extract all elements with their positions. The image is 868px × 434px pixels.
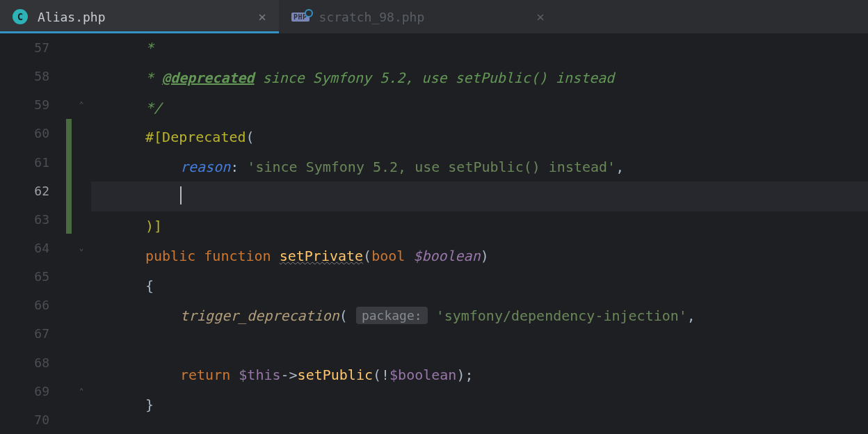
php-scratch-icon: PHP xyxy=(291,13,310,22)
line-number: 68 xyxy=(0,348,66,377)
line-number: 61 xyxy=(0,148,66,177)
code-body[interactable]: * * @deprecated since Symfony 5.2, use s… xyxy=(91,33,868,434)
caret xyxy=(180,186,182,204)
code-line[interactable]: #[Deprecated( xyxy=(91,122,868,152)
code-editor[interactable]: 57 58 59 60 61 62 63 64 65 66 67 68 69 7… xyxy=(0,33,868,434)
vcs-change-marker[interactable] xyxy=(66,119,72,147)
class-file-icon: C xyxy=(13,9,28,24)
tab-alias-php[interactable]: C Alias.php × xyxy=(0,0,279,33)
line-number: 58 xyxy=(0,62,66,90)
line-number: 57 xyxy=(0,33,66,62)
line-number: 70 xyxy=(0,405,66,434)
fold-gutter: ⌃ ⌄ ⌃ xyxy=(72,33,91,434)
code-line[interactable]: * xyxy=(91,33,868,63)
fold-collapse-up-icon[interactable]: ⌃ xyxy=(76,99,87,111)
code-line[interactable]: trigger_deprecation( package: 'symfony/d… xyxy=(91,300,868,330)
line-number-current: 62 xyxy=(0,177,66,205)
scratch-clock-icon xyxy=(305,9,313,17)
code-line[interactable] xyxy=(91,419,868,434)
close-icon[interactable]: × xyxy=(258,10,266,24)
tab-scratch-98-php[interactable]: PHP scratch_98.php × xyxy=(279,0,557,33)
code-line[interactable]: */ xyxy=(91,93,868,122)
line-number: 64 xyxy=(0,234,66,262)
line-number: 65 xyxy=(0,262,66,291)
tab-label: Alias.php xyxy=(38,10,106,24)
vcs-change-bar xyxy=(66,33,72,434)
line-number-gutter: 57 58 59 60 61 62 63 64 65 66 67 68 69 7… xyxy=(0,33,66,434)
inlay-hint: package: xyxy=(356,307,428,324)
line-number: 59 xyxy=(0,90,66,119)
code-line[interactable]: } xyxy=(91,389,868,419)
code-line[interactable]: public function setPrivate(bool $boolean… xyxy=(91,241,868,271)
line-number: 63 xyxy=(0,205,66,234)
code-line[interactable]: * @deprecated since Symfony 5.2, use set… xyxy=(91,63,868,93)
vcs-change-marker[interactable] xyxy=(66,177,72,205)
code-line[interactable]: { xyxy=(91,271,868,301)
code-line[interactable]: reason: 'since Symfony 5.2, use setPubli… xyxy=(91,152,868,182)
code-line[interactable]: )] xyxy=(91,211,868,241)
line-number: 67 xyxy=(0,319,66,348)
line-number: 69 xyxy=(0,377,66,405)
line-number: 60 xyxy=(0,119,66,147)
code-line[interactable] xyxy=(91,330,868,360)
fold-expand-down-icon[interactable]: ⌄ xyxy=(76,243,87,254)
close-icon[interactable]: × xyxy=(536,10,545,24)
line-number: 66 xyxy=(0,291,66,319)
tab-label: scratch_98.php xyxy=(319,10,425,24)
fold-collapse-up-icon[interactable]: ⌃ xyxy=(76,385,87,396)
code-line[interactable]: return $this->setPublic(!$boolean); xyxy=(91,360,868,390)
editor-tabbar: C Alias.php × PHP scratch_98.php × xyxy=(0,0,868,33)
code-line-current[interactable] xyxy=(91,182,868,211)
vcs-change-marker[interactable] xyxy=(66,148,72,177)
vcs-change-marker[interactable] xyxy=(66,205,72,234)
